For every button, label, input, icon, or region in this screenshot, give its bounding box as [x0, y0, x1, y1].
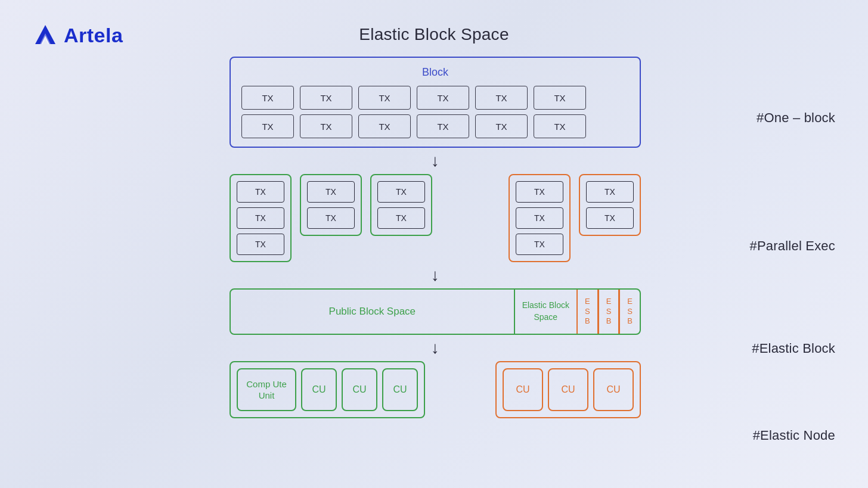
cu-box-orange-3: CU [593, 368, 634, 411]
cu-box-orange-1: CU [503, 368, 543, 411]
tx-box: TX [241, 86, 294, 110]
tx-box: TX [534, 114, 586, 138]
public-block-space-label: Public Block Space [231, 290, 515, 334]
block-title: Block [241, 66, 629, 79]
label-one-block: #One – block [757, 110, 835, 126]
green-exec-box-2: TX TX [300, 174, 362, 236]
tx-box: TX [241, 114, 294, 138]
tx-box: TX [475, 114, 528, 138]
elastic-block-label: Elastic BlockSpace [515, 290, 576, 334]
diagram: Block TX TX TX TX TX TX TX TX TX TX TX T… [230, 57, 641, 418]
tx-box: TX [586, 181, 634, 203]
elastic-node-section: Comp UteUnit CU CU CU CU CU CU [230, 361, 641, 418]
green-exec-box-1: TX TX TX [230, 174, 292, 262]
tx-box: TX [300, 114, 352, 138]
cu-box-green-2: CU [342, 368, 377, 411]
tx-box: TX [300, 86, 352, 110]
tx-row-2: TX TX TX TX TX TX [241, 114, 629, 138]
cu-box-orange-2: CU [548, 368, 588, 411]
green-cu-group: Comp UteUnit CU CU CU [230, 361, 425, 418]
label-elastic-block: #Elastic Block [752, 341, 835, 356]
block-section: Block TX TX TX TX TX TX TX TX TX TX TX T… [230, 57, 641, 148]
esb-cell-2: ESB [598, 290, 619, 334]
green-exec-box-3: TX TX [370, 174, 432, 236]
arrow-1: ↓ [230, 153, 641, 169]
elastic-block-section: Public Block Space Elastic BlockSpace ES… [230, 288, 641, 335]
tx-box: TX [237, 207, 284, 229]
esb-cell-1: ESB [578, 290, 598, 334]
tx-box: TX [516, 181, 563, 203]
esb-cell-3: ESB [619, 290, 640, 334]
cu-box-green-1: CU [301, 368, 337, 411]
elastic-block-row: Public Block Space Elastic BlockSpace ES… [230, 288, 641, 335]
orange-cu-group: CU CU CU [495, 361, 641, 418]
orange-exec-box-2: TX TX [579, 174, 641, 236]
tx-box: TX [358, 86, 411, 110]
arrow-3: ↓ [230, 340, 641, 356]
tx-box: TX [417, 114, 469, 138]
label-elastic-node: #Elastic Node [753, 428, 835, 443]
tx-row-1: TX TX TX TX TX TX [241, 86, 629, 110]
tx-box: TX [307, 181, 355, 203]
orange-exec-box-1: TX TX TX [509, 174, 571, 262]
tx-box: TX [586, 207, 634, 229]
tx-box: TX [377, 207, 425, 229]
arrow-2: ↓ [230, 267, 641, 284]
main-title: Elastic Block Space [0, 25, 868, 44]
tx-box: TX [516, 234, 563, 255]
tx-box: TX [237, 234, 284, 255]
comp-ute-unit-box: Comp UteUnit [237, 368, 296, 411]
tx-box: TX [237, 181, 284, 203]
tx-box: TX [534, 86, 586, 110]
tx-box: TX [358, 114, 411, 138]
parallel-section: TX TX TX TX TX TX TX TX TX TX TX TX [230, 174, 641, 262]
label-parallel-exec: #Parallel Exec [750, 238, 835, 254]
tx-box: TX [377, 181, 425, 203]
tx-box: TX [475, 86, 528, 110]
cu-box-green-3: CU [382, 368, 418, 411]
tx-box: TX [516, 207, 563, 229]
tx-box: TX [417, 86, 469, 110]
tx-box: TX [307, 207, 355, 229]
